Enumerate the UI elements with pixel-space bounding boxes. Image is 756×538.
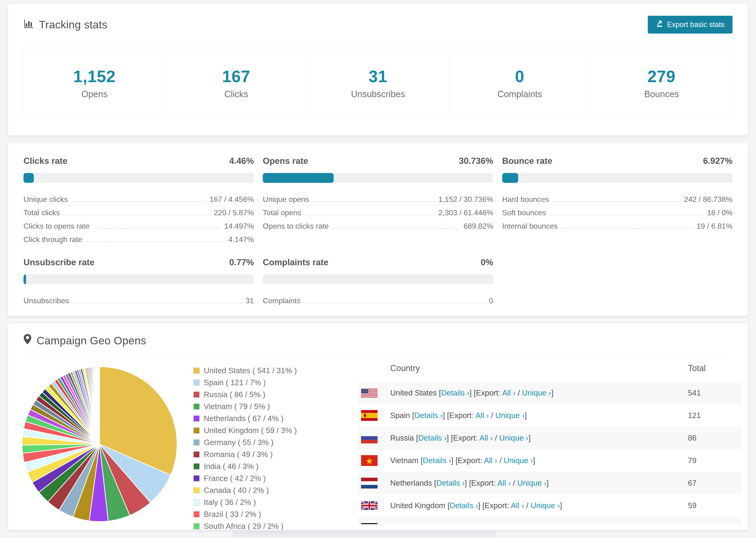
tracking-stats-header: Tracking stats Export basic stats: [24, 4, 732, 42]
export-all-link[interactable]: All ›: [475, 411, 489, 420]
legend-swatch: [193, 499, 199, 506]
punctuation: Export:: [458, 456, 484, 465]
details-link[interactable]: Details ›: [441, 389, 469, 397]
geo-country-cell: United Kingdom [Details ›] [Export: All …: [382, 501, 688, 510]
legend-swatch: [193, 463, 199, 469]
export-all-link[interactable]: All ›: [479, 434, 493, 442]
stat-value: 279: [648, 67, 676, 86]
rate-detail-value: 4.147%: [229, 235, 254, 244]
export-basic-stats-button[interactable]: Export basic stats: [648, 16, 732, 33]
punctuation: ]: [455, 524, 457, 524]
rate-title: Clicks rate: [24, 156, 67, 166]
dotted-leader: [303, 303, 486, 303]
punctuation: ]: [469, 389, 472, 397]
legend-item-france: France ( 42 / 2% ): [193, 474, 358, 483]
export-unique-link[interactable]: Unique ›: [499, 434, 528, 442]
legend-swatch: [193, 368, 199, 374]
rate-detail-row: Click through rate4.147%: [24, 231, 254, 244]
geo-total-cell: 59: [688, 501, 742, 510]
rate-detail-value: 18 / 0%: [707, 208, 732, 218]
geo-pie-chart: [8, 355, 193, 527]
punctuation: ]: [533, 456, 535, 465]
details-link[interactable]: Details ›: [423, 456, 451, 465]
rate-detail-label: Total opens: [263, 208, 301, 218]
rate-detail-value: 14.497%: [224, 222, 254, 231]
legend-label: Italy ( 36 / 2% ): [204, 498, 256, 507]
geo-pie-legend: United States ( 541 / 31% )Spain ( 121 /…: [193, 355, 358, 530]
punctuation: [: [432, 479, 436, 487]
punctuation: ]: [547, 479, 549, 487]
punctuation: /: [515, 389, 522, 397]
dotted-leader: [332, 228, 460, 229]
rate-detail-value: 242 / 86.738%: [684, 195, 732, 204]
punctuation: [: [422, 524, 426, 524]
rate-detail-value: 0: [489, 296, 493, 306]
export-unique-link[interactable]: Unique ›: [517, 479, 547, 487]
punctuation: ]: [560, 501, 562, 510]
legend-swatch: [193, 487, 199, 493]
punctuation: [: [437, 389, 441, 397]
rate-detail-label: Unique opens: [263, 195, 309, 204]
details-link[interactable]: Details ›: [436, 479, 465, 487]
rate-title: Bounce rate: [502, 156, 553, 166]
stat-cell-clicks: 167Clicks: [166, 50, 307, 116]
dotted-leader: [93, 228, 221, 229]
rate-detail-row: Unique opens1,152 / 30.736%: [263, 191, 493, 204]
geo-table-row-united-states: United States [Details ›] [Export: All ›…: [358, 382, 742, 404]
export-all-link[interactable]: All ›: [502, 389, 515, 397]
details-link[interactable]: Details ›: [450, 501, 478, 510]
export-unique-link[interactable]: Unique ›: [495, 411, 525, 420]
rate-title: Unsubscribe rate: [24, 257, 94, 267]
rate-detail-row: Opens to clicks rate689.82%: [263, 218, 493, 231]
campaign-geo-opens-card: Campaign Geo Opens United States ( 541 /…: [8, 323, 748, 530]
punctuation: ]: [451, 456, 453, 465]
stat-cell-opens: 1,152Opens: [24, 50, 166, 116]
es-flag-icon: [358, 410, 382, 421]
rate-progress-fill: [24, 274, 26, 284]
tracking-stats-title-text: Tracking stats: [39, 18, 108, 31]
export-all-link[interactable]: All ›: [498, 479, 511, 487]
export-icon: [656, 20, 663, 29]
rate-detail-label: Soft bounces: [502, 208, 546, 218]
export-unique-link[interactable]: Unique ›: [507, 524, 537, 524]
export-unique-link[interactable]: Unique ›: [531, 501, 560, 510]
rate-progress-bar: [263, 173, 493, 183]
punctuation: Export:: [476, 389, 502, 397]
dotted-leader: [561, 228, 693, 229]
legend-item-united-states: United States ( 541 / 31% ): [193, 366, 358, 375]
details-link[interactable]: Details ›: [418, 434, 447, 442]
rate-detail-row: Total opens2,303 / 61.446%: [263, 204, 493, 218]
rates-grid: Clicks rate4.46%Unique clicks167 / 4.456…: [8, 143, 748, 306]
rate-title: Opens rate: [263, 156, 308, 166]
country-name: Netherlands: [390, 479, 432, 487]
geo-table-row-germany: Germany [Details ›] [Export: All › / Uni…: [358, 517, 742, 524]
geo-table-header-total: Total: [688, 363, 742, 373]
export-unique-link[interactable]: Unique ›: [504, 456, 533, 465]
punctuation: /: [497, 456, 504, 465]
rate-detail-row: Internal bounces19 / 6.81%: [502, 218, 732, 231]
stat-cell-bounces: 279Bounces: [591, 50, 732, 116]
legend-swatch: [193, 452, 199, 457]
details-link[interactable]: Details ›: [414, 411, 443, 420]
export-unique-link[interactable]: Unique ›: [522, 389, 551, 397]
bar-chart-icon: [24, 18, 34, 31]
stat-value: 31: [369, 67, 387, 86]
legend-item-russia: Russia ( 86 / 5% ): [193, 390, 358, 399]
vn-flag-icon: [358, 455, 382, 466]
punctuation: /: [501, 524, 507, 524]
export-all-link[interactable]: All ›: [511, 501, 524, 510]
punctuation: /: [489, 411, 495, 420]
dotted-leader: [312, 201, 435, 202]
legend-item-canada: Canada ( 40 / 2% ): [193, 486, 358, 495]
geo-total-cell: 121: [688, 411, 742, 420]
rate-detail-row: Complaints0: [263, 292, 493, 306]
rate-progress-bar: [24, 173, 254, 183]
export-all-link[interactable]: All ›: [488, 524, 501, 524]
rate-section-opens-rate: Opens rate30.736%Unique opens1,152 / 30.…: [263, 143, 493, 244]
rate-detail-label: Click through rate: [24, 235, 82, 244]
punctuation: [: [480, 501, 484, 510]
export-all-link[interactable]: All ›: [484, 456, 497, 465]
geo-country-cell: Germany [Details ›] [Export: All › / Uni…: [382, 524, 688, 524]
details-link[interactable]: Details ›: [426, 524, 455, 524]
country-name: Spain: [390, 411, 410, 420]
